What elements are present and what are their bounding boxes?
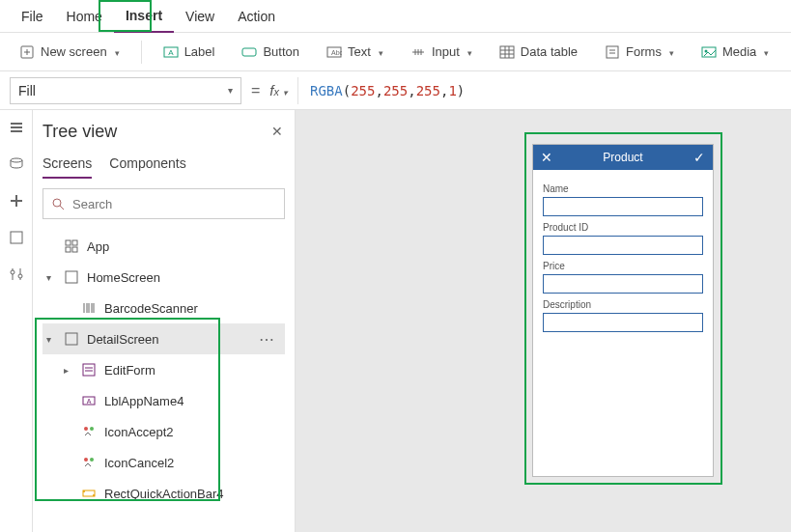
field-label: Name [543, 183, 703, 194]
expander-icon[interactable]: ▾ [46, 334, 56, 345]
rail-data-icon[interactable] [7, 154, 26, 174]
field-input-price[interactable] [543, 274, 703, 294]
ribbon-newscreen-label: New screen [41, 44, 107, 59]
phone-title: Product [603, 151, 642, 164]
tree-node-label: LblAppName4 [104, 394, 184, 408]
field-input-productid[interactable] [543, 236, 703, 255]
formula-arg: 255 [383, 83, 408, 98]
chevron-down-icon [113, 44, 120, 59]
ribbon-button-text: Button [263, 44, 299, 59]
ribbon-media-label: Media [722, 44, 756, 59]
svg-rect-17 [607, 46, 618, 58]
icon-control-icon [81, 424, 97, 439]
menu-insert[interactable]: Insert [114, 0, 174, 33]
ribbon-media[interactable]: Media [692, 41, 778, 64]
form-icon [81, 362, 97, 378]
search-icon [51, 197, 65, 210]
expander-icon[interactable]: ▾ [46, 272, 56, 283]
formula-arg: 255 [351, 83, 375, 98]
ribbon-label[interactable]: A Label [154, 41, 225, 64]
app-icon [64, 238, 79, 254]
close-icon[interactable]: ✕ [271, 124, 283, 139]
tree-node-label: HomeScreen [87, 270, 160, 285]
tree-node-app[interactable]: App [42, 231, 285, 262]
tree-node-editform[interactable]: ▸ EditForm [42, 354, 285, 385]
menu-view[interactable]: View [174, 1, 226, 32]
ribbon-newscreen[interactable]: New screen [10, 41, 129, 64]
rail-media-icon[interactable] [7, 228, 26, 247]
ribbon-button[interactable]: Button [232, 41, 309, 64]
svg-point-56 [83, 490, 85, 492]
svg-point-54 [90, 458, 94, 462]
tree-node-iconcancel[interactable]: IconCancel2 [42, 447, 285, 478]
screen-icon [64, 331, 79, 347]
property-selector[interactable]: Fill ▾ [10, 77, 241, 104]
svg-line-34 [60, 206, 64, 210]
datatable-icon [499, 44, 515, 60]
menu-action[interactable]: Action [226, 1, 287, 32]
svg-point-51 [84, 427, 88, 431]
ribbon-datatable[interactable]: Data table [490, 41, 587, 64]
field-input-description[interactable] [543, 313, 703, 332]
rail-insert-icon[interactable] [7, 191, 26, 210]
ribbon-forms[interactable]: Forms [595, 41, 684, 64]
barcode-icon [81, 300, 97, 316]
ribbon-input[interactable]: Input [401, 41, 482, 64]
tab-screens[interactable]: Screens [42, 155, 92, 179]
equals-sign: = [251, 82, 260, 99]
phone-header: ✕ Product ✓ [533, 145, 713, 170]
tree-node-iconaccept[interactable]: IconAccept2 [42, 416, 285, 447]
menu-home[interactable]: Home [55, 1, 114, 32]
tree-node-label: BarcodeScanner [104, 301, 198, 316]
phone-form: Name Product ID Price Description [533, 170, 713, 340]
formula-function: RGBA [310, 83, 343, 98]
rail-advanced-icon[interactable] [7, 265, 26, 284]
accept-icon[interactable]: ✓ [693, 150, 705, 165]
tree-title: Tree view [42, 122, 285, 142]
ribbon-label-text: Label [184, 44, 215, 59]
field-input-name[interactable] [543, 197, 703, 216]
tree-node-label: RectQuickActionBar4 [104, 487, 224, 501]
phone-preview[interactable]: ✕ Product ✓ Name Product ID Price Descri… [532, 144, 714, 477]
tree-node-homescreen[interactable]: ▾ HomeScreen [42, 262, 285, 293]
svg-text:A: A [168, 48, 174, 57]
svg-point-21 [704, 49, 707, 52]
search-input[interactable] [72, 197, 276, 211]
svg-rect-36 [72, 240, 77, 245]
forms-icon [605, 44, 620, 60]
ribbon-forms-label: Forms [626, 44, 662, 59]
tree-node-label: EditForm [104, 363, 155, 378]
expander-icon[interactable]: ▸ [64, 365, 73, 376]
formula-input[interactable]: RGBA(255, 255, 255, 1) [297, 77, 781, 104]
cancel-icon[interactable]: ✕ [541, 150, 552, 165]
tree-node-lblappname[interactable]: A LblAppName4 [42, 385, 285, 416]
ribbon-input-label: Input [432, 44, 460, 59]
formula-arg: 1 [448, 83, 456, 98]
label-icon: A [163, 44, 179, 60]
chevron-down-icon [279, 82, 288, 98]
canvas[interactable]: ✕ Product ✓ Name Product ID Price Descri… [296, 110, 791, 532]
search-box[interactable] [42, 188, 285, 219]
tree-node-rectquickaction[interactable]: RectQuickActionBar4 [42, 478, 285, 509]
tree-node-label: DetailScreen [87, 332, 158, 347]
rect-icon [81, 486, 97, 501]
tree-panel: Tree view ✕ Screens Components App ▾ Hom… [33, 110, 296, 532]
ribbon-text[interactable]: Abc Text [317, 41, 393, 64]
svg-point-53 [84, 458, 88, 462]
property-name: Fill [18, 83, 36, 98]
menu-file[interactable]: File [10, 1, 55, 32]
tree-node-barcodescanner[interactable]: BarcodeScanner [42, 293, 285, 323]
chevron-down-icon [667, 44, 674, 59]
chevron-down-icon [377, 44, 383, 59]
tab-components[interactable]: Components [109, 155, 185, 179]
input-icon [410, 44, 426, 60]
svg-rect-28 [11, 232, 22, 243]
rail-tree-icon[interactable] [7, 118, 26, 137]
svg-rect-46 [83, 364, 95, 376]
media-icon [701, 44, 717, 60]
button-icon [241, 44, 257, 60]
svg-point-30 [11, 270, 14, 274]
fx-button[interactable]: fx [269, 82, 288, 98]
tree-node-detailscreen[interactable]: ▾ DetailScreen [42, 323, 285, 354]
screen-icon [64, 269, 79, 285]
